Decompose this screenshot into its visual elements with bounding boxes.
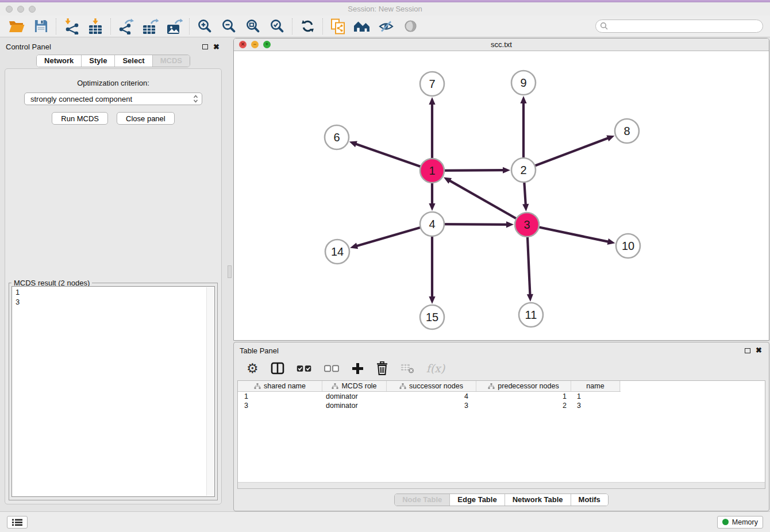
table-tab-motifs[interactable]: Motifs: [571, 494, 608, 506]
toolbar-separator: [322, 18, 323, 34]
edge-arrow-3-10: [607, 238, 615, 245]
delete-table-icon[interactable]: [401, 360, 414, 377]
table-cell: 3: [387, 401, 476, 410]
edge-arrow-1-6: [349, 141, 357, 148]
network-window-titlebar[interactable]: ✕ − + scc.txt: [234, 38, 769, 51]
apply-layout-icon[interactable]: [295, 17, 319, 36]
float-table-panel-button[interactable]: [745, 348, 750, 353]
table-tab-network-table[interactable]: Network Table: [505, 494, 571, 506]
zoom-in-icon[interactable]: [192, 17, 217, 36]
table-row[interactable]: 3dominator323: [238, 401, 765, 410]
network-canvas[interactable]: 7968124314101511: [234, 51, 769, 340]
edge-arrow-4-15: [429, 296, 435, 304]
tab-network[interactable]: Network: [37, 55, 82, 67]
table-cell: dominator: [322, 401, 387, 410]
control-panel: Control Panel ✖ NetworkStyleSelectMCDS O…: [0, 38, 226, 511]
column-header-name[interactable]: name: [571, 381, 620, 391]
result-scrollbar[interactable]: [206, 287, 214, 496]
mcds-result-groupbox: MCDS result (2 nodes) 1 3: [9, 283, 218, 500]
column-header-shared-name[interactable]: shared name: [238, 381, 322, 391]
table-tab-edge-table[interactable]: Edge Table: [450, 494, 505, 506]
network-home-icon[interactable]: [350, 17, 374, 36]
column-header-MCDS-role[interactable]: MCDS role: [322, 381, 387, 391]
tab-style[interactable]: Style: [82, 55, 115, 67]
save-session-icon[interactable]: [29, 17, 53, 36]
edge-3-1[interactable]: [448, 180, 527, 225]
open-session-icon[interactable]: [5, 17, 29, 36]
svg-text:9: 9: [520, 76, 526, 89]
table-tab-node-table[interactable]: Node Table: [395, 494, 450, 506]
clone-network-icon[interactable]: [326, 17, 350, 36]
float-panel-button[interactable]: [202, 44, 208, 49]
node-4[interactable]: 4: [420, 212, 444, 236]
run-mcds-button[interactable]: Run MCDS: [52, 112, 108, 125]
task-history-button[interactable]: [7, 516, 28, 529]
memory-button[interactable]: Memory: [717, 516, 763, 529]
node-6[interactable]: 6: [325, 125, 349, 149]
svg-text:10: 10: [622, 240, 634, 252]
export-table-icon[interactable]: [138, 17, 162, 36]
search-field[interactable]: [595, 20, 763, 33]
divider-handle[interactable]: [228, 265, 232, 278]
column-header-successor-nodes[interactable]: successor nodes: [387, 381, 476, 391]
table-body: 1dominator4113dominator323: [238, 392, 765, 410]
birds-eye-view-icon[interactable]: [398, 17, 422, 36]
add-row-icon[interactable]: [352, 360, 364, 377]
node-11[interactable]: 11: [519, 303, 543, 327]
tab-mcds[interactable]: MCDS: [153, 55, 190, 67]
table-cell: 2: [476, 401, 571, 410]
node-15[interactable]: 15: [420, 305, 444, 329]
network-view-title: scc.txt: [234, 40, 769, 49]
table-hscrollbar[interactable]: [238, 482, 765, 488]
memory-status-icon: [722, 519, 729, 525]
zoom-selected-icon[interactable]: [265, 17, 289, 36]
close-panel-button-2[interactable]: Close panel: [117, 112, 175, 125]
node-8[interactable]: 8: [615, 119, 639, 143]
edge-arrow-4-3: [506, 221, 514, 228]
column-selector-icon[interactable]: [271, 360, 284, 377]
table-row[interactable]: 1dominator411: [238, 392, 765, 401]
import-network-icon[interactable]: [59, 17, 83, 36]
tab-select[interactable]: Select: [115, 55, 152, 67]
table-cell: dominator: [322, 392, 387, 401]
node-10[interactable]: 10: [616, 234, 640, 258]
select-stepper-icon: [193, 94, 198, 103]
criterion-select[interactable]: strongly connected component: [24, 92, 202, 105]
mcds-result-box[interactable]: 1 3: [11, 286, 215, 497]
panel-divider[interactable]: [226, 38, 233, 511]
svg-text:8: 8: [623, 125, 630, 137]
mcds-result-text: 1 3: [12, 287, 214, 307]
edge-arrow-2-8: [606, 135, 614, 141]
export-image-icon[interactable]: [162, 17, 186, 36]
node-14[interactable]: 14: [325, 240, 349, 264]
close-table-panel-button[interactable]: ✖: [756, 348, 762, 353]
table-settings-icon[interactable]: ⚙: [247, 360, 259, 377]
node-3[interactable]: 3: [515, 213, 539, 237]
edge-2-8[interactable]: [523, 137, 610, 170]
search-input[interactable]: [609, 22, 763, 30]
delete-row-icon[interactable]: [376, 360, 388, 377]
svg-text:6: 6: [333, 131, 340, 144]
export-network-icon[interactable]: [114, 17, 138, 36]
function-builder-icon[interactable]: f(x): [426, 360, 445, 377]
app-titlebar: Session: New Session: [0, 2, 770, 16]
node-7[interactable]: 7: [420, 72, 444, 96]
import-table-icon[interactable]: [83, 17, 107, 36]
toolbar-separator: [292, 18, 292, 34]
node-9[interactable]: 9: [511, 71, 536, 95]
edge-arrow-1-7: [429, 97, 435, 105]
show-graphics-details-icon[interactable]: [374, 17, 398, 36]
zoom-fit-icon[interactable]: [241, 17, 265, 36]
svg-text:3: 3: [523, 218, 530, 231]
zoom-out-icon[interactable]: [217, 17, 241, 36]
close-panel-button[interactable]: ✖: [213, 44, 220, 50]
node-1[interactable]: 1: [420, 159, 444, 183]
network-graph: 7968124314101511: [234, 51, 769, 340]
deselect-all-icon[interactable]: [324, 360, 340, 377]
node-2[interactable]: 2: [511, 158, 536, 182]
table-toolbar: ⚙ f(x): [234, 356, 769, 380]
toolbar-separator: [189, 18, 190, 34]
select-all-icon[interactable]: [297, 360, 312, 377]
node-table[interactable]: shared nameMCDS rolesuccessor nodesprede…: [237, 380, 765, 489]
column-header-predecessor-nodes[interactable]: predecessor nodes: [476, 381, 571, 391]
